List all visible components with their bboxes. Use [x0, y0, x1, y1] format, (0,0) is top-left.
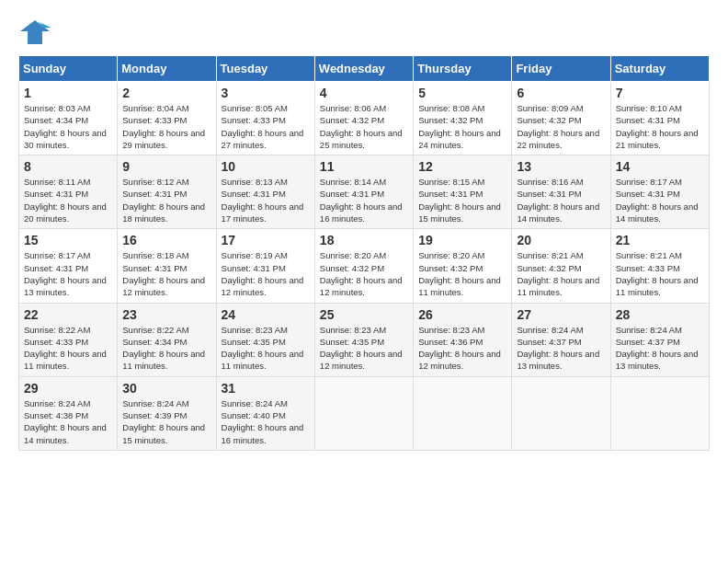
calendar-cell: 22Sunrise: 8:22 AMSunset: 4:33 PMDayligh…: [19, 303, 118, 376]
day-info: Sunrise: 8:24 AMSunset: 4:37 PMDaylight:…: [517, 324, 605, 373]
calendar-header-row: SundayMondayTuesdayWednesdayThursdayFrid…: [19, 56, 710, 82]
day-info: Sunrise: 8:15 AMSunset: 4:31 PMDaylight:…: [418, 176, 506, 224]
calendar-cell: 17Sunrise: 8:19 AMSunset: 4:31 PMDayligh…: [216, 229, 314, 303]
day-number: 27: [517, 307, 605, 322]
day-number: 17: [222, 233, 310, 247]
day-info: Sunrise: 8:17 AMSunset: 4:31 PMDaylight:…: [616, 176, 704, 224]
calendar-cell: 3Sunrise: 8:05 AMSunset: 4:33 PMDaylight…: [216, 82, 314, 155]
day-number: 24: [222, 307, 310, 322]
day-info: Sunrise: 8:24 AMSunset: 4:38 PMDaylight:…: [24, 397, 112, 446]
calendar-table: SundayMondayTuesdayWednesdayThursdayFrid…: [18, 55, 710, 451]
day-number: 3: [222, 86, 310, 100]
header-thursday: Thursday: [414, 56, 512, 82]
calendar-cell: 16Sunrise: 8:18 AMSunset: 4:31 PMDayligh…: [118, 229, 216, 303]
calendar-cell: 11Sunrise: 8:14 AMSunset: 4:31 PMDayligh…: [314, 155, 413, 229]
calendar-cell: 4Sunrise: 8:06 AMSunset: 4:32 PMDaylight…: [314, 82, 413, 155]
calendar-cell: 31Sunrise: 8:24 AMSunset: 4:40 PMDayligh…: [216, 376, 314, 450]
day-info: Sunrise: 8:09 AMSunset: 4:32 PMDaylight:…: [517, 102, 605, 151]
day-number: 7: [616, 86, 704, 100]
day-info: Sunrise: 8:11 AMSunset: 4:31 PMDaylight:…: [24, 176, 112, 224]
calendar-cell: 9Sunrise: 8:12 AMSunset: 4:31 PMDaylight…: [118, 155, 216, 229]
day-info: Sunrise: 8:22 AMSunset: 4:33 PMDaylight:…: [24, 324, 112, 373]
day-info: Sunrise: 8:20 AMSunset: 4:32 PMDaylight:…: [320, 249, 408, 298]
day-number: 5: [418, 86, 506, 100]
day-number: 25: [320, 307, 408, 322]
header-saturday: Saturday: [610, 56, 709, 82]
calendar-cell: 30Sunrise: 8:24 AMSunset: 4:39 PMDayligh…: [118, 376, 216, 450]
calendar-cell: [512, 376, 610, 450]
calendar-cell: 20Sunrise: 8:21 AMSunset: 4:32 PMDayligh…: [512, 229, 610, 303]
day-info: Sunrise: 8:17 AMSunset: 4:31 PMDaylight:…: [24, 249, 112, 298]
day-number: 23: [122, 307, 210, 322]
day-number: 29: [24, 381, 112, 396]
day-number: 1: [24, 86, 112, 100]
day-number: 2: [122, 86, 210, 100]
day-info: Sunrise: 8:19 AMSunset: 4:31 PMDaylight:…: [222, 249, 310, 298]
calendar-cell: 25Sunrise: 8:23 AMSunset: 4:35 PMDayligh…: [314, 303, 413, 376]
day-info: Sunrise: 8:05 AMSunset: 4:33 PMDaylight:…: [222, 102, 310, 151]
day-number: 8: [24, 159, 112, 174]
header-friday: Friday: [512, 56, 610, 82]
calendar-week-4: 22Sunrise: 8:22 AMSunset: 4:33 PMDayligh…: [19, 303, 710, 376]
day-info: Sunrise: 8:24 AMSunset: 4:40 PMDaylight:…: [222, 397, 310, 446]
calendar-cell: 18Sunrise: 8:20 AMSunset: 4:32 PMDayligh…: [314, 229, 413, 303]
day-number: 6: [517, 86, 605, 100]
day-info: Sunrise: 8:03 AMSunset: 4:34 PMDaylight:…: [24, 102, 112, 151]
calendar-cell: [610, 376, 709, 450]
calendar-cell: 29Sunrise: 8:24 AMSunset: 4:38 PMDayligh…: [19, 376, 118, 450]
day-number: 22: [24, 307, 112, 322]
calendar-cell: 10Sunrise: 8:13 AMSunset: 4:31 PMDayligh…: [216, 155, 314, 229]
day-info: Sunrise: 8:24 AMSunset: 4:37 PMDaylight:…: [616, 324, 704, 373]
day-number: 20: [517, 233, 605, 247]
day-info: Sunrise: 8:20 AMSunset: 4:32 PMDaylight:…: [418, 249, 506, 298]
day-number: 14: [616, 159, 704, 174]
calendar-cell: 14Sunrise: 8:17 AMSunset: 4:31 PMDayligh…: [610, 155, 709, 229]
header-tuesday: Tuesday: [216, 56, 314, 82]
day-info: Sunrise: 8:10 AMSunset: 4:31 PMDaylight:…: [616, 102, 704, 151]
day-number: 12: [418, 159, 506, 174]
calendar-cell: 26Sunrise: 8:23 AMSunset: 4:36 PMDayligh…: [414, 303, 512, 376]
day-info: Sunrise: 8:12 AMSunset: 4:31 PMDaylight:…: [122, 176, 210, 224]
logo: [18, 18, 55, 46]
day-number: 28: [616, 307, 704, 322]
header-monday: Monday: [118, 56, 216, 82]
calendar-cell: 7Sunrise: 8:10 AMSunset: 4:31 PMDaylight…: [610, 82, 709, 155]
logo-bird-icon: [18, 18, 51, 46]
calendar-cell: 23Sunrise: 8:22 AMSunset: 4:34 PMDayligh…: [118, 303, 216, 376]
day-info: Sunrise: 8:06 AMSunset: 4:32 PMDaylight:…: [320, 102, 408, 151]
day-info: Sunrise: 8:21 AMSunset: 4:33 PMDaylight:…: [616, 249, 704, 298]
calendar-week-5: 29Sunrise: 8:24 AMSunset: 4:38 PMDayligh…: [19, 376, 710, 450]
header-wednesday: Wednesday: [314, 56, 413, 82]
day-info: Sunrise: 8:13 AMSunset: 4:31 PMDaylight:…: [222, 176, 310, 224]
day-number: 30: [122, 381, 210, 396]
day-info: Sunrise: 8:14 AMSunset: 4:31 PMDaylight:…: [320, 176, 408, 224]
day-number: 4: [320, 86, 408, 100]
day-number: 11: [320, 159, 408, 174]
page-header: [18, 18, 710, 46]
calendar-cell: 12Sunrise: 8:15 AMSunset: 4:31 PMDayligh…: [414, 155, 512, 229]
calendar-cell: 1Sunrise: 8:03 AMSunset: 4:34 PMDaylight…: [19, 82, 118, 155]
day-info: Sunrise: 8:24 AMSunset: 4:39 PMDaylight:…: [122, 397, 210, 446]
calendar-cell: 28Sunrise: 8:24 AMSunset: 4:37 PMDayligh…: [610, 303, 709, 376]
calendar-cell: 19Sunrise: 8:20 AMSunset: 4:32 PMDayligh…: [414, 229, 512, 303]
day-info: Sunrise: 8:08 AMSunset: 4:32 PMDaylight:…: [418, 102, 506, 151]
calendar-cell: 24Sunrise: 8:23 AMSunset: 4:35 PMDayligh…: [216, 303, 314, 376]
day-number: 9: [122, 159, 210, 174]
day-info: Sunrise: 8:23 AMSunset: 4:35 PMDaylight:…: [222, 324, 310, 373]
calendar-cell: [414, 376, 512, 450]
day-info: Sunrise: 8:22 AMSunset: 4:34 PMDaylight:…: [122, 324, 210, 373]
calendar-week-2: 8Sunrise: 8:11 AMSunset: 4:31 PMDaylight…: [19, 155, 710, 229]
calendar-cell: 21Sunrise: 8:21 AMSunset: 4:33 PMDayligh…: [610, 229, 709, 303]
calendar-cell: 5Sunrise: 8:08 AMSunset: 4:32 PMDaylight…: [414, 82, 512, 155]
day-number: 18: [320, 233, 408, 247]
day-number: 15: [24, 233, 112, 247]
calendar-week-1: 1Sunrise: 8:03 AMSunset: 4:34 PMDaylight…: [19, 82, 710, 155]
day-number: 13: [517, 159, 605, 174]
calendar-cell: 6Sunrise: 8:09 AMSunset: 4:32 PMDaylight…: [512, 82, 610, 155]
calendar-cell: [314, 376, 413, 450]
day-info: Sunrise: 8:04 AMSunset: 4:33 PMDaylight:…: [122, 102, 210, 151]
day-number: 26: [418, 307, 506, 322]
day-info: Sunrise: 8:16 AMSunset: 4:31 PMDaylight:…: [517, 176, 605, 224]
day-info: Sunrise: 8:23 AMSunset: 4:35 PMDaylight:…: [320, 324, 408, 373]
day-number: 10: [222, 159, 310, 174]
